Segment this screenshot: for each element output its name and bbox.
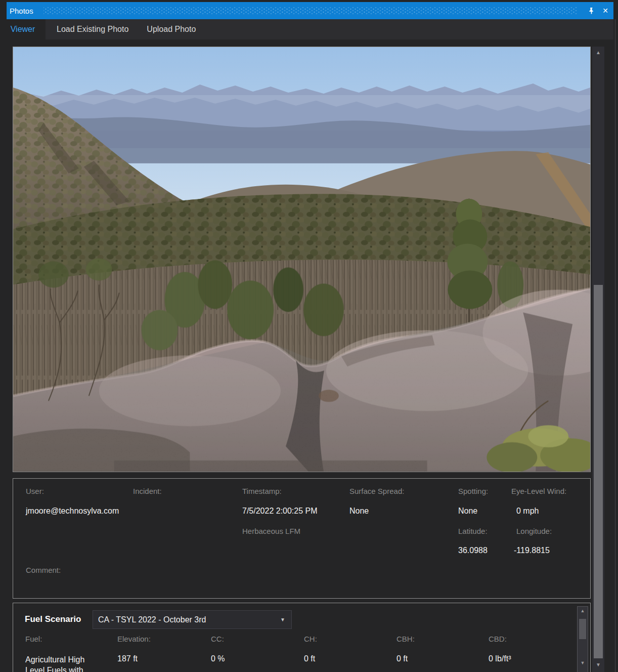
latitude-value: 36.0988: [458, 546, 488, 555]
longitude-label: Longitude:: [516, 527, 552, 535]
photo-metadata-panel: User: Incident: Timestamp: Surface Sprea…: [13, 478, 591, 599]
incident-label: Incident:: [133, 487, 162, 495]
elevation-label: Elevation:: [117, 635, 151, 643]
scroll-down-icon[interactable]: ▼: [592, 662, 604, 667]
tab-viewer[interactable]: Viewer: [0, 19, 46, 39]
spotting-label: Spotting:: [458, 487, 488, 495]
elevation-value: 187 ft: [117, 654, 138, 663]
scroll-down-icon[interactable]: ▼: [578, 660, 588, 665]
photos-tool-window: Photos ✕ Viewer Load Existing Photo Uplo…: [0, 0, 618, 672]
fuel-scenario-dropdown[interactable]: CA - TSYL 2022 - October 3rd ▼: [93, 610, 292, 629]
cbd-label: CBD:: [489, 635, 507, 643]
eye-level-wind-label: Eye-Level Wind:: [511, 487, 566, 495]
scroll-up-icon[interactable]: ▲: [592, 50, 604, 55]
photo-image: [13, 47, 590, 472]
titlebar: Photos ✕: [7, 2, 613, 19]
scroll-up-icon[interactable]: ▲: [578, 608, 588, 613]
fuel-scrollbar-thumb[interactable]: [579, 619, 586, 639]
main-scrollbar-thumb[interactable]: [594, 285, 603, 658]
fuel-panel-scrollbar[interactable]: ▲ ▼: [577, 606, 588, 672]
cbd-value: 0 lb/ft³: [489, 654, 511, 663]
ch-value: 0 ft: [304, 654, 315, 663]
timestamp-value: 7/5/2022 2:00:25 PM: [242, 507, 318, 516]
latitude-label: Latitude:: [458, 527, 488, 535]
fuel-scenario-panel: Fuel Scenario CA - TSYL 2022 - October 3…: [13, 603, 591, 672]
pin-icon[interactable]: [585, 5, 597, 17]
cc-value: 0 %: [211, 654, 225, 663]
tab-load-existing-photo[interactable]: Load Existing Photo: [46, 19, 138, 39]
tab-strip: Viewer Load Existing Photo Upload Photo: [0, 19, 613, 39]
chevron-down-icon: ▼: [274, 617, 291, 622]
panel-right-border: [615, 19, 615, 672]
ch-label: CH:: [304, 635, 317, 643]
eye-level-wind-value: 0 mph: [516, 507, 539, 516]
fuel-scenario-title: Fuel Scenario: [25, 614, 81, 624]
user-value: jmoore@technosylva.com: [26, 507, 119, 516]
cbh-label: CBH:: [396, 635, 415, 643]
main-scrollbar[interactable]: ▲ ▼: [592, 47, 604, 672]
pin-icon-glyph: [588, 7, 595, 15]
spotting-value: None: [458, 507, 477, 516]
fuel-scenario-dropdown-value: CA - TSYL 2022 - October 3rd: [93, 615, 274, 624]
tab-upload-photo[interactable]: Upload Photo: [138, 19, 206, 39]
herbaceous-lfm-label: Herbaceous LFM: [242, 527, 300, 535]
window-title: Photos: [7, 7, 33, 15]
cc-label: CC:: [211, 635, 224, 643]
surface-spread-value: None: [349, 507, 369, 516]
drag-handle-dots[interactable]: [43, 7, 577, 15]
cbh-value: 0 ft: [396, 654, 408, 663]
timestamp-label: Timestamp:: [242, 487, 282, 495]
longitude-value: -119.8815: [514, 546, 550, 555]
fuel-label: Fuel:: [25, 635, 42, 643]
photo-viewer: [13, 47, 591, 472]
close-icon[interactable]: ✕: [599, 5, 611, 17]
surface-spread-label: Surface Spread:: [349, 487, 404, 495]
fuel-value: Agricultural High Level Fuels with: [25, 654, 106, 672]
comment-label: Comment:: [26, 566, 61, 574]
user-label: User:: [26, 487, 44, 495]
